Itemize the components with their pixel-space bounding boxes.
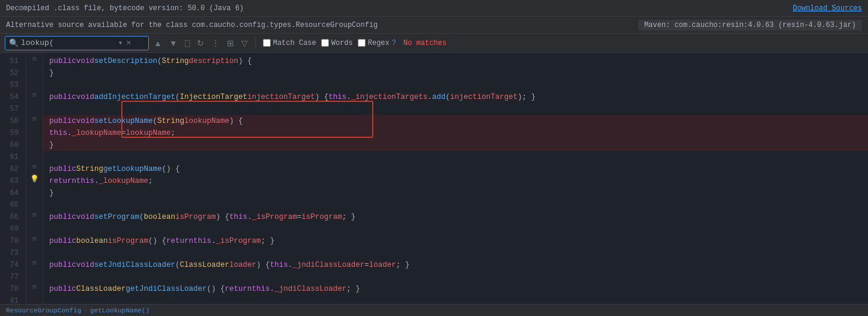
code-row-13: public void setProgram(boolean isProgram… — [43, 211, 868, 223]
download-sources-link[interactable]: Download Sources — [793, 4, 862, 13]
breadcrumb-item-0[interactable]: ResourceGroupConfig — [6, 307, 81, 314]
gutter-row-5[interactable]: ⊟ — [26, 113, 43, 125]
words-checkbox[interactable] — [321, 39, 329, 47]
fold-icon[interactable]: ⊟ — [32, 115, 36, 122]
line-num-20: 81 — [2, 295, 21, 304]
regex-help: ? — [392, 39, 396, 47]
regex-label[interactable]: Regex ? — [358, 39, 396, 47]
line-num-4: 57 — [2, 103, 21, 115]
code-row-6: this._lookupName = lookupName; — [43, 127, 868, 139]
breadcrumb-item-1[interactable]: getLookupName() — [90, 307, 149, 314]
fold-icon[interactable]: ⊟ — [32, 91, 36, 98]
fold-icon[interactable]: ⊟ — [32, 55, 36, 62]
code-row-3: public void addInjectionTarget(Injection… — [43, 91, 868, 103]
code-area: 5152535457585960616263646566697073747778… — [0, 53, 868, 304]
gutter: ⊟⊟⊟⊟💡⊟⊟⊟⊟ — [26, 53, 43, 304]
fold-icon[interactable]: ⊟ — [32, 283, 36, 290]
find-word-btn[interactable]: ⎕ — [182, 37, 192, 49]
gutter-row-13[interactable]: ⊟ — [26, 209, 43, 221]
code-row-7: } — [43, 139, 868, 151]
match-case-checkbox[interactable] — [263, 39, 271, 47]
maven-label: Maven: com.caucho:resin:4.0.63 (resin-4.… — [638, 20, 862, 31]
code-row-20 — [43, 295, 868, 304]
fold-icon[interactable]: ⊟ — [32, 259, 36, 266]
find-next-btn[interactable]: ▼ — [167, 37, 180, 49]
breadcrumb-sep: › — [83, 307, 88, 314]
code-row-8 — [43, 151, 868, 163]
gutter-row-6 — [26, 125, 43, 137]
line-num-2: 53 — [2, 79, 21, 91]
filter-btn[interactable]: ▽ — [239, 37, 250, 49]
regex-checkbox[interactable] — [358, 39, 366, 47]
gutter-row-14 — [26, 221, 43, 233]
search-history-btn[interactable]: ▾ — [117, 39, 124, 47]
decompile-info: Decompiled .class file, bytecode version… — [6, 4, 244, 13]
gutter-row-19[interactable]: ⊟ — [26, 281, 43, 293]
line-num-3: 54 — [2, 91, 21, 103]
code-row-1: } — [43, 67, 868, 79]
line-num-6: 59 — [2, 127, 21, 139]
find-more-btn[interactable]: ⋮ — [209, 37, 222, 49]
gutter-row-2 — [26, 77, 43, 89]
search-input[interactable] — [21, 38, 117, 47]
code-row-19: public ClassLoader getJndiClassLoader() … — [43, 283, 868, 295]
gutter-row-17[interactable]: ⊟ — [26, 257, 43, 269]
gutter-row-0[interactable]: ⊟ — [26, 53, 43, 65]
code-row-2 — [43, 79, 868, 91]
search-input-wrap[interactable]: 🔍 ▾ ✕ — [5, 36, 149, 50]
gutter-row-11 — [26, 185, 43, 197]
fold-icon[interactable]: ⊟ — [32, 211, 36, 218]
code-row-15: public boolean isProgram() { return this… — [43, 235, 868, 247]
gutter-row-15[interactable]: ⊟ — [26, 233, 43, 245]
gutter-row-8 — [26, 149, 43, 161]
find-options-btn[interactable]: ⊞ — [225, 37, 237, 49]
line-num-7: 60 — [2, 139, 21, 151]
sep1 — [255, 38, 256, 49]
gutter-row-18 — [26, 269, 43, 281]
gutter-row-10[interactable]: 💡 — [26, 173, 43, 185]
code-lines: public void setDescription(String descri… — [43, 53, 868, 304]
code-row-0: public void setDescription(String descri… — [43, 55, 868, 67]
code-row-11: } — [43, 187, 868, 199]
line-num-9: 62 — [2, 163, 21, 175]
find-prev-btn[interactable]: ▲ — [151, 37, 164, 49]
code-row-4 — [43, 103, 868, 115]
breadcrumb-bar: ResourceGroupConfig › getLookupName() — [0, 304, 868, 316]
line-num-15: 70 — [2, 235, 21, 247]
fold-icon[interactable]: ⊟ — [32, 235, 36, 242]
alt-source-text: Alternative source available for the cla… — [6, 21, 378, 29]
code-row-5: public void setLookupName(String lookupN… — [43, 115, 868, 127]
line-numbers: 5152535457585960616263646566697073747778… — [0, 53, 26, 304]
bulb-icon: 💡 — [30, 174, 39, 183]
line-num-0: 51 — [2, 55, 21, 67]
fold-icon[interactable]: ⊟ — [32, 163, 36, 170]
code-row-9: public String getLookupName() { — [43, 163, 868, 175]
code-row-17: public void setJndiClassLoader(ClassLoad… — [43, 259, 868, 271]
search-icon: 🔍 — [9, 38, 19, 48]
gutter-row-12 — [26, 197, 43, 209]
regex-text: Regex — [368, 39, 390, 47]
search-close-btn[interactable]: ✕ — [124, 39, 133, 47]
line-num-17: 74 — [2, 259, 21, 271]
gutter-row-9[interactable]: ⊟ — [26, 161, 43, 173]
line-num-18: 77 — [2, 271, 21, 283]
line-num-14: 69 — [2, 223, 21, 235]
line-num-19: 78 — [2, 283, 21, 295]
words-text: Words — [331, 39, 353, 47]
code-row-12 — [43, 199, 868, 211]
gutter-row-4 — [26, 101, 43, 113]
alt-source-bar: Alternative source available for the cla… — [0, 17, 868, 34]
line-num-10: 63 — [2, 175, 21, 187]
find-wrap-btn[interactable]: ↻ — [194, 37, 206, 49]
match-case-label[interactable]: Match Case — [263, 39, 316, 47]
words-label[interactable]: Words — [321, 39, 353, 47]
code-row-18 — [43, 271, 868, 283]
top-bar: Decompiled .class file, bytecode version… — [0, 0, 868, 17]
match-case-text: Match Case — [273, 39, 316, 47]
line-num-8: 61 — [2, 151, 21, 163]
gutter-row-20 — [26, 293, 43, 304]
code-row-16 — [43, 247, 868, 259]
code-row-10: return this._lookupName; — [43, 175, 868, 187]
search-bar: 🔍 ▾ ✕ ▲ ▼ ⎕ ↻ ⋮ ⊞ ▽ Match Case Words Reg… — [0, 34, 868, 53]
gutter-row-3[interactable]: ⊟ — [26, 89, 43, 101]
